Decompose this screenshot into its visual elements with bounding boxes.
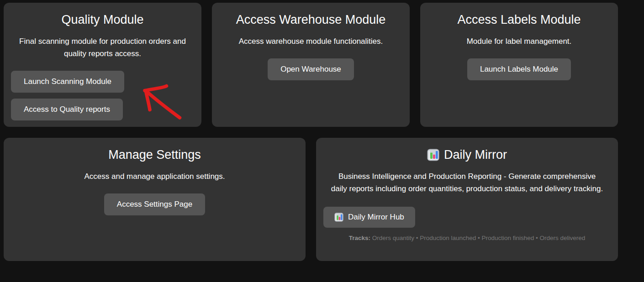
card-title: Access Labels Module	[428, 13, 611, 27]
daily-mirror-hub-label: Daily Mirror Hub	[348, 213, 404, 222]
open-warehouse-button[interactable]: Open Warehouse	[268, 58, 354, 80]
dashboard-row-bottom: Manage Settings Access and manage applic…	[4, 138, 618, 261]
card-manage-settings: Manage Settings Access and manage applic…	[4, 138, 306, 261]
module-dashboard: Quality Module Final scanning module for…	[0, 0, 644, 282]
card-description: Business Intelligence and Production Rep…	[330, 170, 604, 195]
warehouse-module-actions: Open Warehouse	[219, 58, 402, 80]
tracks-footer: Tracks: Orders quantity • Production lau…	[323, 235, 611, 241]
launch-scanning-module-button[interactable]: Launch Scanning Module	[11, 71, 124, 93]
bar-chart-icon	[427, 149, 439, 161]
card-labels-module: Access Labels Module Module for label ma…	[420, 3, 618, 127]
labels-module-actions: Launch Labels Module	[428, 58, 611, 80]
card-title-text: Daily Mirror	[444, 148, 507, 162]
daily-mirror-hub-button[interactable]: Daily Mirror Hub	[323, 207, 415, 228]
bar-chart-icon	[334, 213, 343, 222]
quality-module-actions: Launch Scanning Module Access to Quality…	[11, 71, 194, 120]
card-daily-mirror: Daily Mirror Business Intelligence and P…	[316, 138, 618, 261]
card-description: Module for label management.	[428, 35, 611, 47]
dashboard-row-top: Quality Module Final scanning module for…	[4, 3, 618, 127]
launch-labels-module-button[interactable]: Launch Labels Module	[467, 58, 571, 80]
card-title: Access Warehouse Module	[219, 13, 402, 27]
card-title: Quality Module	[11, 13, 194, 27]
access-quality-reports-button[interactable]: Access to Quality reports	[11, 99, 123, 120]
card-warehouse-module: Access Warehouse Module Access warehouse…	[212, 3, 410, 127]
card-description: Final scanning module for production ord…	[11, 35, 194, 60]
tracks-label: Tracks:	[349, 235, 370, 241]
settings-actions: Access Settings Page	[11, 193, 298, 215]
tracks-items: Orders quantity • Production launched • …	[372, 235, 586, 241]
card-title: Manage Settings	[11, 148, 298, 162]
access-settings-page-button[interactable]: Access Settings Page	[104, 193, 205, 215]
card-quality-module: Quality Module Final scanning module for…	[4, 3, 201, 127]
card-description: Access and manage application settings.	[11, 170, 298, 183]
daily-mirror-actions: Daily Mirror Hub	[323, 207, 611, 228]
card-title: Daily Mirror	[323, 148, 611, 162]
card-description: Access warehouse module functionalities.	[219, 35, 402, 47]
